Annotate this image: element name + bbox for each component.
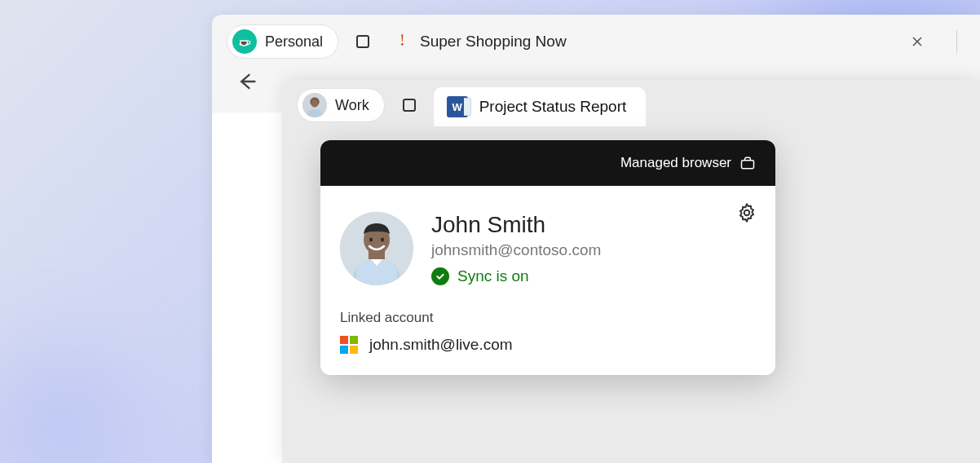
- tab-bar: Work W Project Status Report: [282, 80, 980, 129]
- managed-banner: Managed browser: [320, 140, 775, 186]
- briefcase-icon: [739, 156, 756, 170]
- coffee-avatar-icon: [232, 29, 257, 54]
- alert-icon: [395, 31, 408, 52]
- linked-account-section: Linked account john.smith@live.com: [340, 310, 756, 359]
- user-summary: John Smith johnsmith@contoso.com Sync is…: [340, 212, 756, 285]
- tab-shopping[interactable]: Super Shopping Now: [387, 31, 575, 52]
- profile-pill-personal[interactable]: Personal: [227, 24, 338, 59]
- svg-rect-7: [404, 99, 415, 111]
- back-button[interactable]: [235, 70, 258, 98]
- profile-dropdown: Managed browser: [320, 140, 775, 375]
- word-document-icon: W: [447, 96, 468, 117]
- profile-label: Work: [335, 97, 369, 114]
- microsoft-logo-icon: [340, 336, 358, 354]
- check-circle-icon: [431, 267, 449, 285]
- managed-label: Managed browser: [620, 155, 731, 171]
- settings-button[interactable]: [736, 202, 757, 227]
- profile-label: Personal: [265, 33, 323, 51]
- svg-point-2: [401, 43, 404, 46]
- linked-label: Linked account: [340, 310, 756, 326]
- profile-pill-work[interactable]: Work: [297, 88, 385, 122]
- svg-point-13: [381, 238, 384, 242]
- tab-bar: Personal Super Shopping Now: [212, 15, 980, 67]
- svg-point-9: [744, 210, 750, 216]
- sync-status[interactable]: Sync is on: [431, 267, 601, 285]
- user-email: johnsmith@contoso.com: [431, 241, 601, 259]
- svg-rect-1: [357, 36, 369, 47]
- close-tab-button[interactable]: [911, 35, 924, 48]
- user-avatar-icon: [302, 93, 327, 117]
- svg-rect-8: [742, 161, 754, 169]
- sync-label: Sync is on: [457, 267, 529, 285]
- linked-email: john.smith@live.com: [369, 336, 513, 354]
- tab-title: Super Shopping Now: [420, 33, 567, 51]
- svg-point-6: [311, 100, 318, 108]
- linked-account-row[interactable]: john.smith@live.com: [340, 336, 756, 359]
- user-name: John Smith: [431, 212, 601, 238]
- tabs-overview-icon[interactable]: [353, 32, 373, 51]
- user-avatar: [340, 212, 413, 285]
- tab-divider: [956, 30, 957, 53]
- tab-project-status[interactable]: W Project Status Report: [434, 87, 647, 126]
- tab-title: Project Status Report: [479, 98, 627, 116]
- tabs-overview-icon[interactable]: [400, 95, 419, 115]
- svg-point-12: [369, 238, 373, 242]
